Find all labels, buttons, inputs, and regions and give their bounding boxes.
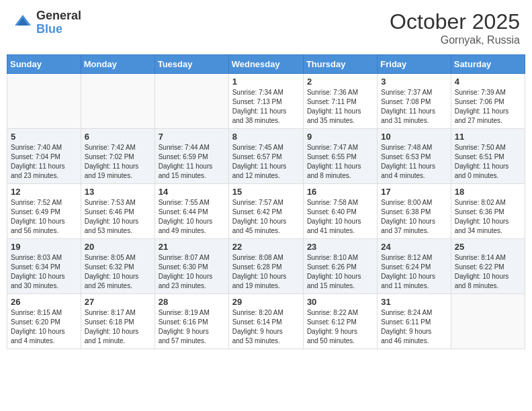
logo-icon xyxy=(12,12,34,34)
day-info: Sunrise: 7:55 AM Sunset: 6:44 PM Dayligh… xyxy=(159,198,225,236)
day-info: Sunrise: 8:14 AM Sunset: 6:22 PM Dayligh… xyxy=(455,253,521,291)
day-number: 28 xyxy=(159,297,225,307)
day-number: 25 xyxy=(455,242,521,252)
location: Gornyak, Russia xyxy=(390,34,520,46)
calendar-day-cell: 25Sunrise: 8:14 AM Sunset: 6:22 PM Dayli… xyxy=(451,239,525,294)
logo-blue-text: Blue xyxy=(36,23,81,36)
day-number: 9 xyxy=(307,132,373,142)
day-info: Sunrise: 7:40 AM Sunset: 7:04 PM Dayligh… xyxy=(11,143,77,181)
day-number: 16 xyxy=(307,187,373,197)
day-info: Sunrise: 8:22 AM Sunset: 6:12 PM Dayligh… xyxy=(307,308,373,346)
calendar-day-cell: 6Sunrise: 7:42 AM Sunset: 7:02 PM Daylig… xyxy=(81,129,154,184)
calendar-day-cell: 5Sunrise: 7:40 AM Sunset: 7:04 PM Daylig… xyxy=(7,129,81,184)
day-info: Sunrise: 8:19 AM Sunset: 6:16 PM Dayligh… xyxy=(159,308,225,346)
day-number: 11 xyxy=(455,132,521,142)
day-info: Sunrise: 7:44 AM Sunset: 6:59 PM Dayligh… xyxy=(159,143,225,181)
calendar-week-row: 5Sunrise: 7:40 AM Sunset: 7:04 PM Daylig… xyxy=(7,129,525,184)
day-info: Sunrise: 8:10 AM Sunset: 6:26 PM Dayligh… xyxy=(307,253,373,291)
calendar-day-cell xyxy=(7,74,81,129)
day-info: Sunrise: 7:39 AM Sunset: 7:06 PM Dayligh… xyxy=(455,88,521,126)
calendar-week-row: 12Sunrise: 7:52 AM Sunset: 6:49 PM Dayli… xyxy=(7,184,525,239)
day-info: Sunrise: 8:17 AM Sunset: 6:18 PM Dayligh… xyxy=(85,308,151,346)
day-number: 21 xyxy=(159,242,225,252)
logo-general-text: General xyxy=(36,9,81,23)
day-number: 12 xyxy=(11,187,77,197)
calendar-week-row: 1Sunrise: 7:34 AM Sunset: 7:13 PM Daylig… xyxy=(7,74,525,129)
calendar-day-cell: 3Sunrise: 7:37 AM Sunset: 7:08 PM Daylig… xyxy=(378,74,451,129)
calendar-day-cell: 14Sunrise: 7:55 AM Sunset: 6:44 PM Dayli… xyxy=(154,184,228,239)
calendar-day-cell: 4Sunrise: 7:39 AM Sunset: 7:06 PM Daylig… xyxy=(451,74,525,129)
calendar-day-cell: 15Sunrise: 7:57 AM Sunset: 6:42 PM Dayli… xyxy=(228,184,303,239)
day-number: 27 xyxy=(85,297,151,307)
day-info: Sunrise: 8:12 AM Sunset: 6:24 PM Dayligh… xyxy=(381,253,447,291)
weekday-header-sunday: Sunday xyxy=(7,55,81,74)
calendar-day-cell: 7Sunrise: 7:44 AM Sunset: 6:59 PM Daylig… xyxy=(154,129,228,184)
day-info: Sunrise: 8:07 AM Sunset: 6:30 PM Dayligh… xyxy=(159,253,225,291)
calendar-day-cell: 26Sunrise: 8:15 AM Sunset: 6:20 PM Dayli… xyxy=(7,294,81,349)
calendar-day-cell: 24Sunrise: 8:12 AM Sunset: 6:24 PM Dayli… xyxy=(378,239,451,294)
month-title: October 2025 xyxy=(390,9,520,34)
day-number: 29 xyxy=(232,297,300,307)
calendar-day-cell: 29Sunrise: 8:20 AM Sunset: 6:14 PM Dayli… xyxy=(228,294,303,349)
day-number: 8 xyxy=(232,132,300,142)
page-header: General Blue October 2025 Gornyak, Russi… xyxy=(7,7,525,49)
day-number: 26 xyxy=(11,297,77,307)
calendar-day-cell: 1Sunrise: 7:34 AM Sunset: 7:13 PM Daylig… xyxy=(228,74,303,129)
calendar-day-cell: 8Sunrise: 7:45 AM Sunset: 6:57 PM Daylig… xyxy=(228,129,303,184)
day-number: 4 xyxy=(455,77,521,87)
day-info: Sunrise: 7:36 AM Sunset: 7:11 PM Dayligh… xyxy=(307,88,373,126)
day-info: Sunrise: 7:37 AM Sunset: 7:08 PM Dayligh… xyxy=(381,88,447,126)
calendar-day-cell: 9Sunrise: 7:47 AM Sunset: 6:55 PM Daylig… xyxy=(303,129,377,184)
calendar-day-cell: 20Sunrise: 8:05 AM Sunset: 6:32 PM Dayli… xyxy=(81,239,154,294)
logo: General Blue xyxy=(12,9,81,36)
day-info: Sunrise: 7:34 AM Sunset: 7:13 PM Dayligh… xyxy=(232,88,300,126)
day-info: Sunrise: 8:15 AM Sunset: 6:20 PM Dayligh… xyxy=(11,308,77,346)
day-number: 24 xyxy=(381,242,447,252)
day-info: Sunrise: 7:58 AM Sunset: 6:40 PM Dayligh… xyxy=(307,198,373,236)
calendar-day-cell: 18Sunrise: 8:02 AM Sunset: 6:36 PM Dayli… xyxy=(451,184,525,239)
day-number: 30 xyxy=(307,297,373,307)
day-info: Sunrise: 8:03 AM Sunset: 6:34 PM Dayligh… xyxy=(11,253,77,291)
calendar-day-cell: 21Sunrise: 8:07 AM Sunset: 6:30 PM Dayli… xyxy=(154,239,228,294)
day-info: Sunrise: 7:45 AM Sunset: 6:57 PM Dayligh… xyxy=(232,143,300,181)
day-number: 20 xyxy=(85,242,151,252)
calendar-day-cell: 27Sunrise: 8:17 AM Sunset: 6:18 PM Dayli… xyxy=(81,294,154,349)
weekday-header-wednesday: Wednesday xyxy=(228,55,303,74)
day-info: Sunrise: 8:05 AM Sunset: 6:32 PM Dayligh… xyxy=(85,253,151,291)
calendar-week-row: 19Sunrise: 8:03 AM Sunset: 6:34 PM Dayli… xyxy=(7,239,525,294)
calendar-day-cell xyxy=(451,294,525,349)
weekday-header-thursday: Thursday xyxy=(303,55,377,74)
calendar-day-cell: 22Sunrise: 8:08 AM Sunset: 6:28 PM Dayli… xyxy=(228,239,303,294)
day-number: 18 xyxy=(455,187,521,197)
day-number: 14 xyxy=(159,187,225,197)
day-info: Sunrise: 7:47 AM Sunset: 6:55 PM Dayligh… xyxy=(307,143,373,181)
calendar-week-row: 26Sunrise: 8:15 AM Sunset: 6:20 PM Dayli… xyxy=(7,294,525,349)
calendar-day-cell: 12Sunrise: 7:52 AM Sunset: 6:49 PM Dayli… xyxy=(7,184,81,239)
weekday-header-monday: Monday xyxy=(81,55,154,74)
day-info: Sunrise: 7:53 AM Sunset: 6:46 PM Dayligh… xyxy=(85,198,151,236)
day-info: Sunrise: 8:00 AM Sunset: 6:38 PM Dayligh… xyxy=(381,198,447,236)
day-info: Sunrise: 8:20 AM Sunset: 6:14 PM Dayligh… xyxy=(232,308,300,346)
calendar-day-cell: 23Sunrise: 8:10 AM Sunset: 6:26 PM Dayli… xyxy=(303,239,377,294)
weekday-header-friday: Friday xyxy=(378,55,451,74)
day-info: Sunrise: 7:50 AM Sunset: 6:51 PM Dayligh… xyxy=(455,143,521,181)
day-number: 19 xyxy=(11,242,77,252)
day-number: 15 xyxy=(232,187,300,197)
day-number: 7 xyxy=(159,132,225,142)
day-number: 31 xyxy=(381,297,447,307)
weekday-header-tuesday: Tuesday xyxy=(154,55,228,74)
day-info: Sunrise: 7:52 AM Sunset: 6:49 PM Dayligh… xyxy=(11,198,77,236)
day-number: 6 xyxy=(85,132,151,142)
day-number: 10 xyxy=(381,132,447,142)
day-number: 3 xyxy=(381,77,447,87)
day-info: Sunrise: 7:48 AM Sunset: 6:53 PM Dayligh… xyxy=(381,143,447,181)
calendar-day-cell: 30Sunrise: 8:22 AM Sunset: 6:12 PM Dayli… xyxy=(303,294,377,349)
calendar-day-cell: 16Sunrise: 7:58 AM Sunset: 6:40 PM Dayli… xyxy=(303,184,377,239)
day-info: Sunrise: 8:24 AM Sunset: 6:11 PM Dayligh… xyxy=(381,308,447,346)
day-info: Sunrise: 7:42 AM Sunset: 7:02 PM Dayligh… xyxy=(85,143,151,181)
calendar-day-cell: 17Sunrise: 8:00 AM Sunset: 6:38 PM Dayli… xyxy=(378,184,451,239)
day-number: 1 xyxy=(232,77,300,87)
calendar-day-cell: 2Sunrise: 7:36 AM Sunset: 7:11 PM Daylig… xyxy=(303,74,377,129)
weekday-header-saturday: Saturday xyxy=(451,55,525,74)
calendar-day-cell: 28Sunrise: 8:19 AM Sunset: 6:16 PM Dayli… xyxy=(154,294,228,349)
